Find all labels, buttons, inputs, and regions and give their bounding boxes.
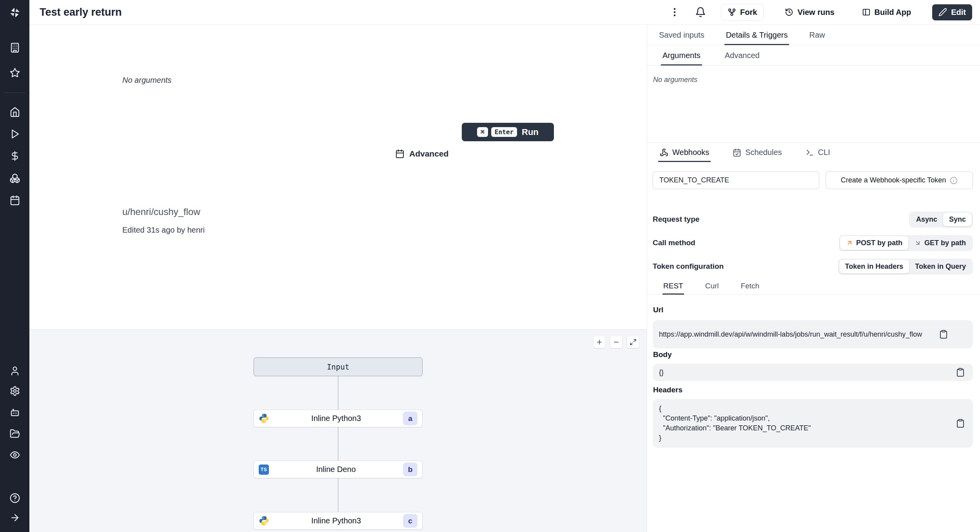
- copy-headers-icon[interactable]: [956, 419, 965, 428]
- boxes-icon[interactable]: [9, 173, 20, 184]
- zoom-out-button[interactable]: [610, 336, 622, 348]
- tab-webhooks[interactable]: Webhooks: [658, 143, 711, 162]
- subtab-advanced[interactable]: Advanced: [723, 45, 761, 66]
- flow-node-input[interactable]: Input: [254, 357, 423, 376]
- option-token-in-headers[interactable]: Token in Headers: [839, 260, 909, 273]
- request-type-toggle: Async Sync: [909, 211, 973, 228]
- notifications-bell-icon[interactable]: [695, 7, 706, 18]
- subtab-arguments[interactable]: Arguments: [661, 45, 702, 66]
- graph-edge: [338, 367, 338, 530]
- eye-icon[interactable]: [9, 450, 20, 460]
- user-icon[interactable]: [9, 366, 20, 376]
- create-webhook-token-label: Create a Webhook-specific Token: [841, 176, 946, 184]
- webhook-icon: [660, 148, 668, 157]
- fork-button-label: Fork: [740, 8, 757, 17]
- python-logo-icon: [259, 516, 269, 526]
- maximize-icon: [630, 339, 637, 346]
- fit-view-button[interactable]: [627, 336, 639, 348]
- tab-cli-label: CLI: [818, 148, 830, 157]
- create-webhook-token-button[interactable]: Create a Webhook-specific Token: [826, 171, 973, 189]
- topbar: Test early return Fork View runs Build A…: [29, 0, 980, 25]
- info-circle-icon: [950, 177, 958, 184]
- home-icon[interactable]: [9, 107, 20, 117]
- advanced-button[interactable]: Advanced: [395, 149, 448, 159]
- panel-columns-icon: [862, 8, 871, 16]
- runner-no-arguments-text: No arguments: [122, 76, 172, 85]
- settings-gear-icon[interactable]: [9, 386, 20, 396]
- body-box: {}: [653, 364, 973, 381]
- node-label: Inline Python3: [269, 516, 403, 525]
- tab-fetch[interactable]: Fetch: [740, 279, 760, 295]
- edit-button-label: Edit: [951, 8, 966, 17]
- option-async[interactable]: Async: [910, 213, 943, 226]
- git-fork-icon: [728, 8, 736, 16]
- buildings-icon[interactable]: [9, 42, 20, 53]
- tab-details-triggers[interactable]: Details & Triggers: [724, 25, 789, 45]
- body-section-label: Body: [653, 350, 672, 359]
- token-configuration-row: Token configuration Token in Headers Tok…: [653, 258, 973, 275]
- arrow-right-icon[interactable]: [9, 512, 20, 523]
- calendar-icon[interactable]: [9, 195, 20, 206]
- runner-area: No arguments Advanced ⌘ Enter Run u/henr…: [29, 25, 647, 532]
- history-icon: [785, 8, 793, 16]
- copy-body-icon[interactable]: [956, 368, 965, 377]
- flow-edited-info: Edited 31s ago by henri: [122, 226, 205, 235]
- copy-url-icon[interactable]: [939, 330, 948, 339]
- page-title: Test early return: [40, 6, 122, 18]
- run-button[interactable]: ⌘ Enter Run: [462, 123, 554, 141]
- kebab-menu-icon[interactable]: [669, 7, 680, 18]
- node-id-badge: c: [403, 514, 417, 528]
- windmill-logo[interactable]: [9, 6, 21, 19]
- plus-icon: [596, 339, 603, 346]
- url-value: https://app.windmill.dev/api/w/windmill-…: [653, 325, 939, 344]
- tab-cli[interactable]: CLI: [804, 143, 832, 162]
- tab-raw[interactable]: Raw: [808, 25, 826, 45]
- node-id-badge: b: [403, 463, 417, 476]
- option-get-by-path[interactable]: GET by path: [908, 236, 972, 250]
- flow-node-b[interactable]: TS Inline Deno b: [254, 461, 423, 478]
- tab-schedules-label: Schedules: [745, 148, 782, 157]
- flow-graph-canvas[interactable]: Input Inline Python3 a TS Inline Deno b …: [29, 330, 647, 532]
- flow-node-c[interactable]: Inline Python3 c: [254, 512, 423, 530]
- play-icon[interactable]: [9, 129, 20, 139]
- help-circle-icon[interactable]: [9, 493, 20, 503]
- tab-rest[interactable]: REST: [662, 279, 684, 295]
- panel-subtabbar: Arguments Advanced: [647, 45, 980, 66]
- option-post-by-path[interactable]: POST by path: [840, 236, 908, 250]
- url-section-label: Url: [653, 306, 663, 314]
- app-sidebar: [0, 0, 29, 532]
- build-app-label: Build App: [875, 8, 911, 17]
- flow-node-a[interactable]: Inline Python3 a: [254, 410, 423, 427]
- request-type-row: Request type Async Sync: [653, 211, 973, 228]
- token-configuration-toggle: Token in Headers Token in Query: [838, 259, 973, 275]
- cmd-key-badge: ⌘: [477, 127, 488, 137]
- folder-open-icon[interactable]: [9, 428, 20, 439]
- zoom-in-button[interactable]: [593, 336, 605, 348]
- tab-saved-inputs[interactable]: Saved inputs: [657, 25, 706, 45]
- graph-zoom-controls: [588, 336, 639, 348]
- build-app-button[interactable]: Build App: [856, 4, 918, 20]
- call-method-toggle: POST by path GET by path: [839, 235, 973, 251]
- node-label: Inline Deno: [269, 465, 403, 474]
- node-label: Inline Python3: [269, 414, 403, 423]
- tab-curl[interactable]: Curl: [704, 279, 720, 295]
- trigger-tabbar: Webhooks Schedules CLI: [647, 142, 980, 162]
- pencil-icon: [938, 8, 947, 16]
- webhook-token-row: Create a Webhook-specific Token: [653, 171, 973, 189]
- star-icon[interactable]: [9, 67, 20, 78]
- fork-button[interactable]: Fork: [721, 4, 764, 21]
- view-runs-button[interactable]: View runs: [779, 4, 840, 20]
- tab-schedules[interactable]: Schedules: [731, 143, 783, 162]
- node-id-badge: a: [403, 412, 417, 425]
- token-input[interactable]: [653, 171, 819, 189]
- sidebar-divider: [4, 93, 25, 93]
- robot-icon[interactable]: [9, 407, 20, 418]
- edit-button[interactable]: Edit: [932, 4, 972, 20]
- option-get-by-path-label: GET by path: [924, 239, 966, 247]
- headers-section-label: Headers: [653, 386, 682, 394]
- option-token-in-query[interactable]: Token in Query: [909, 260, 972, 273]
- arrow-down-right-icon: [914, 239, 921, 246]
- dollar-icon[interactable]: [9, 151, 20, 161]
- option-sync[interactable]: Sync: [943, 213, 972, 226]
- url-box: https://app.windmill.dev/api/w/windmill-…: [653, 320, 973, 348]
